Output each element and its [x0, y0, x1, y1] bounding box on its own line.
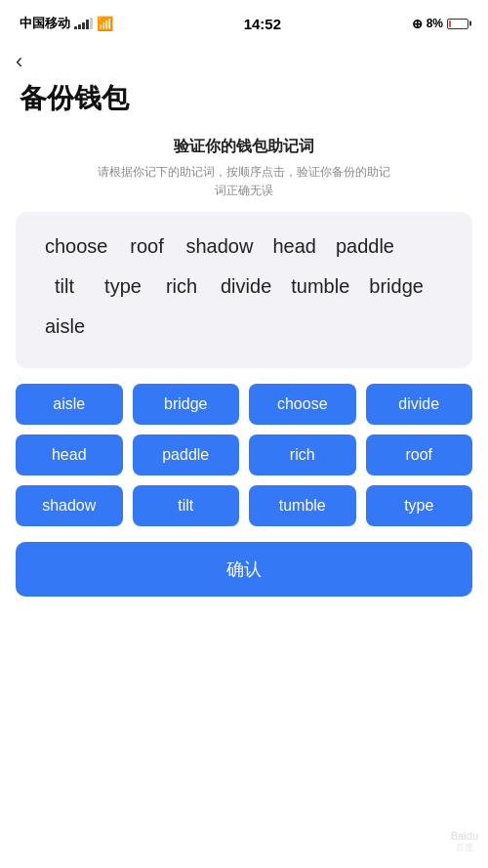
word-choice-button[interactable]: rich	[249, 434, 356, 475]
back-button[interactable]: ‹	[0, 43, 488, 76]
word-slot: paddle	[326, 231, 404, 262]
back-arrow-icon: ‹	[16, 49, 22, 73]
word-buttons-grid: aislebridgechoosedivideheadpaddlerichroo…	[0, 368, 488, 538]
word-slot: head	[263, 231, 326, 262]
word-slot: tumble	[281, 271, 359, 302]
battery-percent: 8%	[427, 17, 443, 30]
carrier-label: 中国移动	[20, 15, 70, 32]
word-slot: divide	[211, 271, 281, 302]
status-right: ⊕ 8%	[412, 17, 468, 31]
word-slot: bridge	[359, 271, 433, 302]
status-bar: 中国移动 📶 14:52 ⊕ 8%	[0, 0, 488, 43]
word-slot: rich	[152, 271, 211, 302]
watermark-text: Baidu	[451, 830, 478, 842]
circle-icon: ⊕	[412, 17, 423, 31]
word-choice-button[interactable]: head	[16, 434, 123, 475]
word-slot: shadow	[177, 231, 264, 262]
section-desc: 请根据你记下的助记词，按顺序点击，验证你备份的助记词正确无误	[0, 163, 488, 200]
word-choice-button[interactable]: tilt	[133, 485, 240, 526]
word-slots-container: chooseroofshadowheadpaddletilttyperichdi…	[35, 231, 453, 342]
word-slot: aisle	[35, 311, 95, 342]
word-choice-button[interactable]: shadow	[16, 485, 123, 526]
status-time: 14:52	[244, 16, 281, 32]
signal-icon	[74, 18, 93, 29]
word-choice-button[interactable]: type	[366, 485, 473, 526]
word-choice-button[interactable]: choose	[249, 384, 356, 425]
watermark: Baidu 百度	[451, 830, 478, 854]
word-choice-button[interactable]: divide	[366, 384, 473, 425]
word-choice-button[interactable]: roof	[366, 434, 473, 475]
section-title: 验证你的钱包助记词	[0, 137, 488, 157]
word-slot: type	[94, 271, 152, 302]
word-display-box: chooseroofshadowheadpaddletilttyperichdi…	[16, 212, 472, 368]
wifi-icon: 📶	[97, 16, 113, 31]
word-choice-button[interactable]: paddle	[133, 434, 240, 475]
word-choice-button[interactable]: aisle	[16, 384, 123, 425]
word-slot: roof	[118, 231, 177, 262]
word-choice-button[interactable]: bridge	[133, 384, 240, 425]
status-left: 中国移动 📶	[20, 15, 113, 32]
word-choice-button[interactable]: tumble	[249, 485, 356, 526]
battery-icon	[447, 19, 468, 29]
word-slot: tilt	[35, 271, 94, 302]
confirm-button[interactable]: 确认	[16, 542, 472, 597]
word-slot: choose	[35, 231, 118, 262]
page-title: 备份钱包	[0, 76, 488, 137]
